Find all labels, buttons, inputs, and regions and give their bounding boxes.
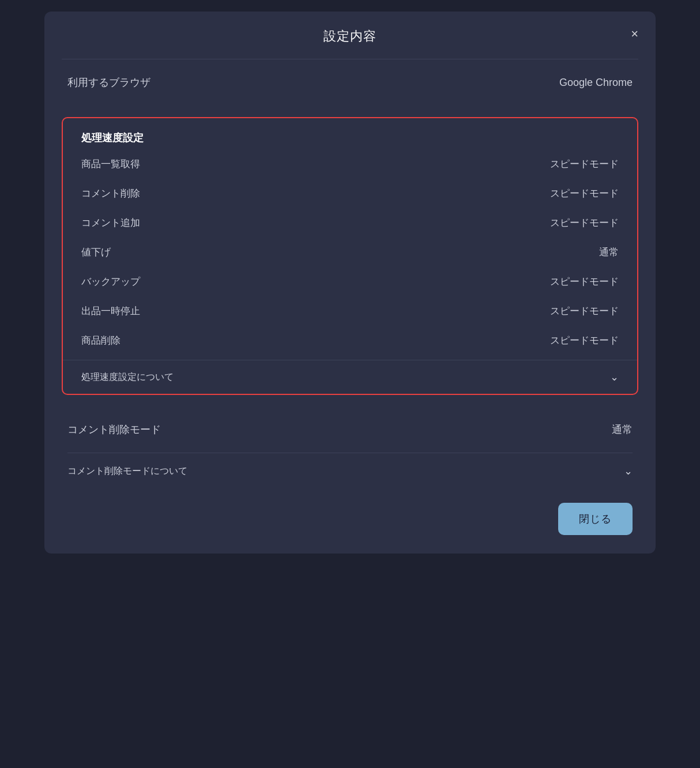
speed-about-row[interactable]: 処理速度設定について ⌄ bbox=[63, 360, 637, 394]
speed-row-label-5: 出品一時停止 bbox=[81, 304, 140, 318]
speed-row-value-6: スピードモード bbox=[550, 334, 619, 347]
modal-footer: 閉じる bbox=[44, 489, 656, 554]
speed-row-3: 値下げ 通常 bbox=[63, 238, 637, 267]
comment-chevron-icon: ⌄ bbox=[624, 465, 633, 477]
browser-label: 利用するブラウザ bbox=[67, 76, 150, 89]
speed-row-label-2: コメント追加 bbox=[81, 216, 140, 229]
comment-about-label: コメント削除モードについて bbox=[67, 465, 187, 477]
speed-row-label-0: 商品一覧取得 bbox=[81, 157, 140, 171]
browser-value: Google Chrome bbox=[559, 77, 633, 89]
comment-mode-row: コメント削除モード 通常 bbox=[67, 406, 633, 453]
comment-about-row[interactable]: コメント削除モードについて ⌄ bbox=[67, 453, 633, 489]
speed-row-value-5: スピードモード bbox=[550, 304, 619, 318]
comment-section: コメント削除モード 通常 コメント削除モードについて ⌄ bbox=[44, 406, 656, 489]
speed-about-label: 処理速度設定について bbox=[81, 371, 174, 383]
speed-row-value-4: スピードモード bbox=[550, 275, 619, 288]
close-button[interactable]: 閉じる bbox=[558, 503, 633, 535]
comment-mode-label: コメント削除モード bbox=[67, 423, 161, 436]
speed-row-6: 商品削除 スピードモード bbox=[63, 326, 637, 355]
comment-mode-value: 通常 bbox=[612, 423, 633, 436]
speed-row-5: 出品一時停止 スピードモード bbox=[63, 296, 637, 326]
speed-section-header: 処理速度設定 bbox=[63, 118, 637, 149]
speed-row-label-3: 値下げ bbox=[81, 246, 111, 259]
modal-dialog: 設定内容 × 利用するブラウザ Google Chrome 処理速度設定 商品一… bbox=[44, 12, 656, 554]
modal-header: 設定内容 × bbox=[44, 12, 656, 59]
speed-chevron-icon: ⌄ bbox=[610, 371, 619, 383]
speed-settings-section: 処理速度設定 商品一覧取得 スピードモード コメント削除 スピードモード コメン… bbox=[62, 117, 638, 395]
speed-row-value-2: スピードモード bbox=[550, 216, 619, 229]
speed-row-2: コメント追加 スピードモード bbox=[63, 208, 637, 238]
speed-row-label-4: バックアップ bbox=[81, 275, 140, 288]
speed-row-value-0: スピードモード bbox=[550, 157, 619, 171]
speed-row-4: バックアップ スピードモード bbox=[63, 267, 637, 296]
modal-title: 設定内容 bbox=[323, 28, 377, 45]
speed-row-label-6: 商品削除 bbox=[81, 334, 121, 347]
speed-row-0: 商品一覧取得 スピードモード bbox=[63, 149, 637, 179]
speed-section-title: 処理速度設定 bbox=[81, 132, 144, 144]
browser-section-row: 利用するブラウザ Google Chrome bbox=[44, 59, 656, 106]
speed-row-value-1: スピードモード bbox=[550, 187, 619, 200]
close-icon-button[interactable]: × bbox=[631, 28, 638, 40]
speed-row-value-3: 通常 bbox=[599, 246, 619, 259]
speed-row-label-1: コメント削除 bbox=[81, 187, 140, 200]
speed-row-1: コメント削除 スピードモード bbox=[63, 179, 637, 208]
